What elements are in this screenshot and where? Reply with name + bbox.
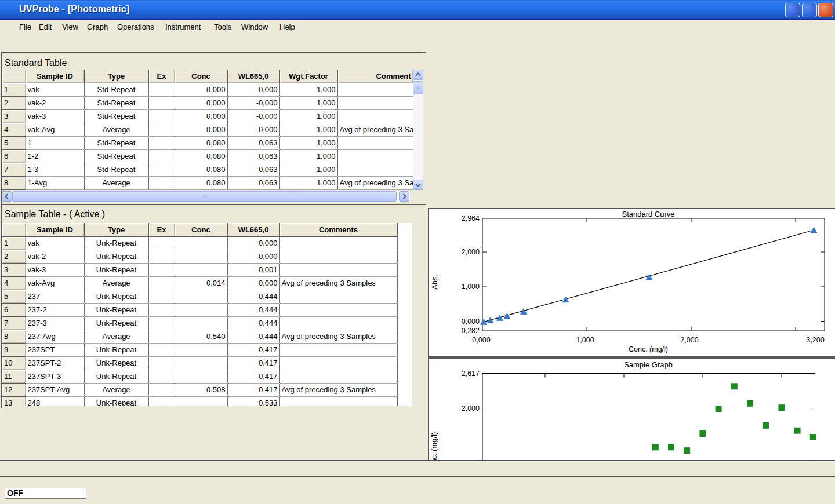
- svg-text:Sample Graph: Sample Graph: [624, 360, 673, 369]
- svg-text:Standard Curve: Standard Curve: [622, 210, 674, 218]
- svg-text:-0,282: -0,282: [459, 327, 480, 335]
- svg-text:3,200: 3,200: [806, 336, 824, 344]
- svg-text:2,000: 2,000: [680, 336, 698, 344]
- svg-text:2,000: 2,000: [462, 248, 480, 256]
- svg-text:Abs.: Abs.: [430, 275, 439, 290]
- svg-text:2,617: 2,617: [462, 370, 480, 378]
- svg-text:2,964: 2,964: [462, 214, 480, 222]
- svg-text:1,000: 1,000: [576, 336, 594, 344]
- svg-text:Conc. (mg/l): Conc. (mg/l): [629, 345, 668, 353]
- svg-text:0,000: 0,000: [462, 317, 480, 326]
- svg-text:0,000: 0,000: [472, 336, 490, 344]
- svg-text:2,000: 2,000: [462, 404, 480, 412]
- svg-text:1,000: 1,000: [462, 283, 480, 291]
